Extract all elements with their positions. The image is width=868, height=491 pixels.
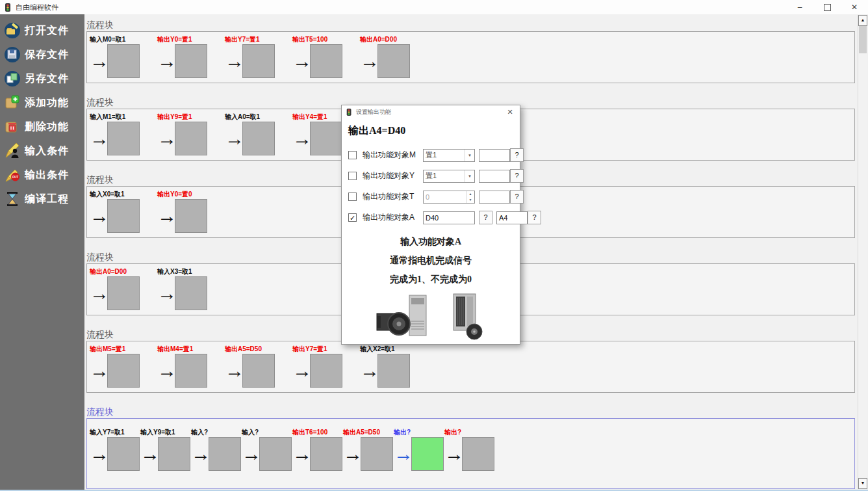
flow-block[interactable] <box>107 354 140 388</box>
dropdown[interactable]: 置1 ▼ <box>423 149 475 162</box>
sidebar-item-compile[interactable]: 编译工程 <box>4 189 84 209</box>
section-panel[interactable]: 输入Y7=取1 → 输入Y9=取1 → 输入? → 输入? → 输出T6=100… <box>86 418 855 489</box>
sidebar-item-add-function[interactable]: 添加功能 <box>4 93 84 113</box>
flow-item: 输出Y9=置1 → <box>157 113 207 155</box>
dialog-titlebar: 设置输出功能 ✕ <box>342 105 520 119</box>
value-field[interactable]: A4 <box>496 211 528 224</box>
flow-block[interactable] <box>361 437 393 471</box>
scroll-down-icon[interactable]: ▼ <box>858 478 867 489</box>
chevron-down-icon[interactable]: ▼ <box>465 170 474 182</box>
flow-arrow-icon: → <box>360 355 377 386</box>
dialog-close-icon[interactable]: ✕ <box>503 108 517 116</box>
section-title: 流程块 <box>86 20 855 31</box>
help-button[interactable]: ? <box>479 211 492 224</box>
flow-block[interactable] <box>259 437 292 471</box>
section-panel[interactable]: 输出M5=置1 → 输出M4=置1 → 输出A5=D50 → 输出Y7=置1 →… <box>86 341 855 393</box>
section-panel[interactable]: 输入M0=取1 → 输出Y0=置1 → 输出Y7=置1 → 输出T5=100 →… <box>86 31 855 83</box>
flow-item-label: 输入Y9=取1 <box>140 428 190 437</box>
control-slot: 置1 ▼ <box>423 149 475 162</box>
sidebar-item-open-file[interactable]: 打开文件 <box>4 21 84 40</box>
checkbox[interactable] <box>348 192 357 201</box>
value-field[interactable] <box>479 149 510 162</box>
flow-block[interactable] <box>377 44 410 78</box>
minimize-button[interactable]: – <box>786 0 813 14</box>
flow-block[interactable] <box>242 122 275 155</box>
compile-icon <box>4 191 21 207</box>
sidebar-item-delete-function[interactable]: 删除功能 <box>4 117 84 137</box>
flow-block[interactable] <box>107 276 140 310</box>
output-condition-icon <box>4 166 21 183</box>
help-button[interactable]: ? <box>528 211 541 224</box>
flow-block[interactable] <box>107 199 140 233</box>
flow-block[interactable] <box>175 199 207 233</box>
scrollbar-thumb[interactable] <box>859 26 867 53</box>
save-file-icon <box>4 46 21 63</box>
flow-block[interactable] <box>310 437 342 471</box>
flow-block[interactable] <box>175 122 207 155</box>
sidebar-item-save-as[interactable]: 另存文件 <box>4 69 84 88</box>
flow-item-label: 输出A5=D50 <box>225 345 275 354</box>
close-button[interactable]: ✕ <box>841 0 868 14</box>
flow-block[interactable] <box>242 44 275 78</box>
flow-block[interactable] <box>209 437 241 471</box>
flow-item-label: 输出T5=100 <box>292 35 342 44</box>
flow-block[interactable] <box>158 437 190 471</box>
flow-block[interactable] <box>310 44 342 78</box>
flow-item: 输入X3=取1 → <box>157 267 207 310</box>
flow-block[interactable] <box>310 122 342 155</box>
dropdown[interactable]: 置1 ▼ <box>423 170 475 183</box>
spinner[interactable]: 0 ▲ ▼ <box>423 191 475 204</box>
value-field[interactable] <box>479 191 510 204</box>
help-button[interactable]: ? <box>510 148 524 162</box>
flow-item: 输出Y0=置1 → <box>157 35 207 78</box>
flow-block[interactable] <box>175 276 207 310</box>
flow-item: 输出T6=100 → <box>292 428 342 471</box>
flow-block[interactable] <box>107 122 140 155</box>
control-slot: 置1 ▼ <box>423 170 475 183</box>
flow-block[interactable] <box>175 354 207 388</box>
dialog-row-label: 输出功能对象T <box>363 191 423 202</box>
chevron-down-icon[interactable]: ▼ <box>465 150 474 161</box>
flow-block[interactable] <box>310 354 342 388</box>
flow-block[interactable] <box>107 437 140 471</box>
checkbox[interactable] <box>348 151 357 159</box>
flow-item: 输出? → <box>444 428 494 471</box>
maximize-icon <box>824 4 831 11</box>
spin-down-icon[interactable]: ▼ <box>466 197 474 203</box>
flow-item-label: 输出Y4=置1 <box>292 113 342 122</box>
checkbox[interactable] <box>348 172 357 180</box>
dropdown-value: 置1 <box>424 150 465 160</box>
flow-arrow-icon: → <box>90 355 107 386</box>
flow-item: 输出? → <box>394 428 444 471</box>
help-button[interactable]: ? <box>510 190 524 204</box>
sidebar-item-label: 保存文件 <box>25 48 69 62</box>
flow-block[interactable] <box>175 44 207 78</box>
dialog-row-label: 输出功能对象Y <box>363 170 423 181</box>
flow-item: 输出M4=置1 → <box>157 345 207 388</box>
flow-item: 输入X2=取1 → <box>360 345 410 388</box>
spin-up-icon[interactable]: ▲ <box>466 191 474 197</box>
text-input[interactable]: D40 <box>423 211 475 224</box>
flow-block[interactable] <box>411 437 444 471</box>
sidebar-item-output-condition[interactable]: 输出条件 <box>4 165 84 185</box>
maximize-button[interactable] <box>813 0 841 14</box>
flow-section: 流程块 输入Y7=取1 → 输入Y9=取1 → 输入? → 输入? → 输出T6… <box>86 406 855 489</box>
flow-block[interactable] <box>107 44 140 78</box>
scroll-up-icon[interactable]: ▲ <box>858 15 867 26</box>
flow-item: 输入X0=取1 → <box>90 190 140 233</box>
flow-block[interactable] <box>242 354 275 388</box>
sidebar-item-input-condition[interactable]: 输入条件 <box>4 141 84 161</box>
dialog-row-label: 输出功能对象M <box>363 150 423 161</box>
dialog-row: ✓ 输出功能对象A D40 ? A4 ? <box>348 211 513 224</box>
help-button[interactable]: ? <box>510 169 524 183</box>
vertical-scrollbar[interactable]: ▲ ▼ <box>858 15 867 489</box>
flow-item-label: 输出A0=D00 <box>360 35 410 44</box>
checkbox[interactable]: ✓ <box>348 213 357 222</box>
info-line: 输入功能对象A <box>342 236 520 248</box>
value-field[interactable] <box>479 170 510 183</box>
flow-block[interactable] <box>377 354 410 388</box>
sidebar-item-save-file[interactable]: 保存文件 <box>4 45 84 64</box>
spinner-buttons[interactable]: ▲ ▼ <box>466 191 474 203</box>
flow-block[interactable] <box>462 437 494 471</box>
flow-arrow-icon: → <box>90 46 107 77</box>
